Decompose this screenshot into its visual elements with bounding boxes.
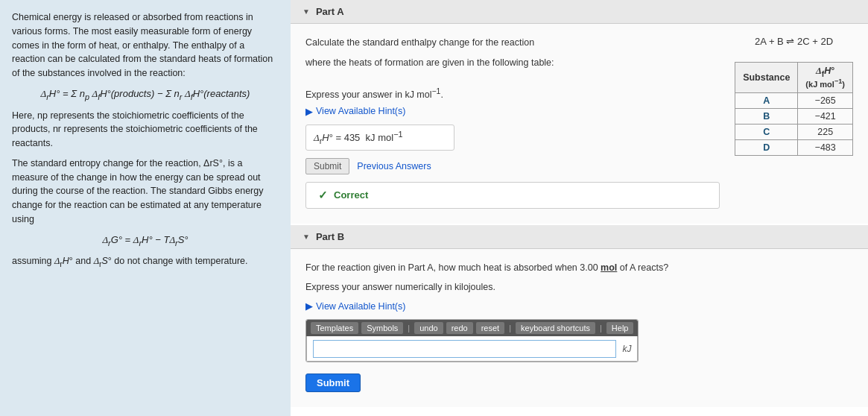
right-panel: ▼ Part A Calculate the standard enthalpy… (291, 0, 868, 416)
part-a-submit-row: Submit Previous Answers (305, 158, 720, 174)
part-a-previous-answers-link[interactable]: Previous Answers (357, 161, 431, 171)
part-a-question-line1: Calculate the standard enthalpy change f… (305, 36, 720, 50)
table-row: A −265 (735, 93, 853, 109)
toolbar-keyboard-shortcuts-button[interactable]: keyboard shortcuts (516, 322, 595, 334)
para3-text: The standard entropy change for the reac… (12, 157, 279, 227)
para4-text: assuming ΔrH° and ΔrS° do not change wit… (12, 254, 279, 270)
table-cell-substance-a: A (735, 93, 798, 109)
part-a-right: 2A + B ⇌ 2C + 2D Substance ΔfH° (kJ mol−… (735, 36, 853, 156)
part-a-left: Calculate the standard enthalpy change f… (305, 36, 720, 209)
formula2-block: ΔrG° = ΔrH° − TΔrS° (12, 233, 279, 249)
table-cell-substance-d: D (735, 140, 798, 156)
table-row: B −421 (735, 109, 853, 125)
reaction-text: 2A + B ⇌ 2C + 2D (755, 36, 833, 47)
part-a-answer-box: ΔrH° = 435 kJ mol−1 (305, 125, 454, 151)
formula1-block: ΔrH° = Σ np ΔfH°(products) − Σ nr ΔfH°(r… (12, 86, 279, 103)
table-row: D −483 (735, 140, 853, 156)
table-cell-substance-b: B (735, 109, 798, 125)
part-b-arrow-icon: ▼ (302, 233, 310, 241)
part-b-unit-label: kJ (622, 344, 631, 354)
part-a-question-line2: where the heats of formation are given i… (305, 56, 720, 70)
toolbar-separator2: | (509, 324, 511, 333)
mathquill-container: Templates Symbols | undo redo reset | ke… (305, 319, 639, 362)
part-b-question-line1: For the reaction given in Part A, how mu… (305, 261, 853, 275)
table-header-substance: Substance (735, 63, 798, 93)
toolbar-separator1: | (408, 324, 410, 333)
part-b-content: For the reaction given in Part A, how mu… (291, 249, 868, 408)
table-cell-substance-c: C (735, 125, 798, 140)
toolbar-separator3: | (600, 324, 602, 333)
part-b-submit-button[interactable]: Submit (305, 374, 361, 392)
part-b-hint-arrow-icon: ▶ (305, 300, 313, 312)
toolbar-reset-button[interactable]: reset (476, 322, 504, 334)
table-row: C 225 (735, 125, 853, 140)
table-cell-enthalpy-b: −421 (798, 109, 853, 125)
part-a-hint-link[interactable]: ▶ View Available Hint(s) (305, 106, 720, 117)
correct-checkmark-icon: ✓ (318, 189, 328, 202)
part-a-layout: Calculate the standard enthalpy change f… (305, 36, 853, 209)
part-a-correct-label: Correct (334, 189, 368, 201)
toolbar-templates-button[interactable]: Templates (311, 322, 358, 334)
table-cell-enthalpy-c: 225 (798, 125, 853, 140)
main-container: Chemical energy is released or absorbed … (0, 0, 868, 416)
toolbar-symbols-button[interactable]: Symbols (361, 322, 403, 334)
mathquill-toolbar: Templates Symbols | undo redo reset | ke… (306, 320, 638, 336)
part-b-section: ▼ Part B For the reaction given in Part … (291, 225, 868, 408)
part-a-content: Calculate the standard enthalpy change f… (291, 24, 868, 224)
toolbar-redo-button[interactable]: redo (446, 322, 473, 334)
formula1: ΔrH° = Σ np ΔfH°(products) − Σ nr ΔfH°(r… (41, 88, 250, 99)
part-a-hint-text: View Available Hint(s) (316, 106, 405, 116)
express-answer-label: Express your answer in kJ mol−1. (305, 87, 720, 100)
part-a-arrow-icon: ▼ (302, 7, 310, 16)
part-b-answer-input[interactable] (313, 340, 616, 358)
part-a-header[interactable]: ▼ Part A (291, 0, 868, 24)
para2-text: Here, np represents the stoichiometric c… (12, 109, 279, 151)
part-b-label: Part B (316, 231, 344, 242)
part-a-correct-box: ✓ Correct (305, 182, 720, 209)
part-b-question-line2: Express your answer numerically in kiloj… (305, 280, 853, 294)
mathquill-input-wrap: kJ (306, 336, 638, 362)
left-panel: Chemical energy is released or absorbed … (0, 0, 291, 416)
table-cell-enthalpy-a: −265 (798, 93, 853, 109)
part-b-hint-link[interactable]: ▶ View Available Hint(s) (305, 300, 853, 312)
table-header-enthalpy: ΔfH° (kJ mol−1) (798, 63, 853, 93)
table-cell-enthalpy-d: −483 (798, 140, 853, 156)
toolbar-undo-button[interactable]: undo (414, 322, 443, 334)
part-a-submit-button[interactable]: Submit (305, 158, 349, 174)
part-a-label: Part A (316, 6, 344, 17)
part-a-section: ▼ Part A Calculate the standard enthalpy… (291, 0, 868, 224)
reaction-equation: 2A + B ⇌ 2C + 2D (755, 36, 833, 47)
part-b-header[interactable]: ▼ Part B (291, 225, 868, 249)
part-b-hint-text: View Available Hint(s) (316, 301, 405, 312)
intro-text: Chemical energy is released or absorbed … (12, 10, 279, 81)
toolbar-help-button[interactable]: Help (606, 322, 634, 334)
hint-arrow-icon: ▶ (305, 106, 313, 117)
enthalpy-table: Substance ΔfH° (kJ mol−1) A (735, 62, 853, 156)
formula2: ΔrG° = ΔrH° − TΔrS° (102, 234, 188, 245)
